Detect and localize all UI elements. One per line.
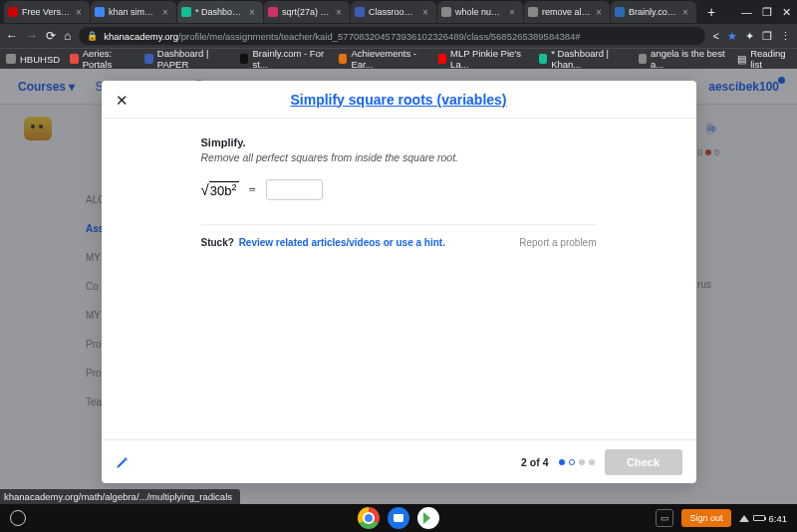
bookmark-label: MLP Pinkie Pie's La... xyxy=(450,48,529,70)
modal-header: ✕ Simplify square roots (variables) xyxy=(102,81,696,119)
launcher-icon[interactable] xyxy=(10,510,26,526)
taskbar: ▭ Sign out 6:41 xyxy=(0,504,797,532)
notifications-icon[interactable]: ▭ xyxy=(656,509,673,527)
files-app-icon[interactable] xyxy=(388,507,409,529)
tab-favicon xyxy=(615,7,625,17)
hint-link[interactable]: Review related articles/videos or use a … xyxy=(239,237,445,248)
bookmark-label: Aeries: Portals xyxy=(83,48,135,70)
tab-favicon xyxy=(181,7,191,17)
close-icon[interactable]: × xyxy=(507,7,517,17)
bookmark-favicon xyxy=(639,54,648,64)
browser-tab[interactable]: whole number× xyxy=(437,1,523,23)
bookmark-item[interactable]: Achievements - Ear... xyxy=(339,48,428,70)
bookmark-item[interactable]: Aeries: Portals xyxy=(70,48,134,70)
close-icon[interactable]: × xyxy=(160,7,170,17)
minimize-icon[interactable]: — xyxy=(741,6,752,18)
bookmark-label: * Dashboard | Khan... xyxy=(551,48,628,70)
menu-icon[interactable]: ⋮ xyxy=(780,30,791,43)
tab-favicon xyxy=(8,7,18,17)
toolbar-right: < ★ ✦ ❐ ⋮ xyxy=(713,30,791,43)
bookmark-item[interactable]: * Dashboard | Khan... xyxy=(539,48,629,70)
forward-icon[interactable]: → xyxy=(26,29,38,43)
modal-body: Simplify. Remove all perfect squares fro… xyxy=(102,119,696,439)
progress-dot-current xyxy=(569,459,575,465)
url-path: /profile/me/assignments/teacher/kaid_577… xyxy=(178,31,581,42)
browser-tab[interactable]: Classroom | P× xyxy=(351,1,436,23)
browser-tab[interactable]: khan simplify× xyxy=(91,1,176,23)
progress-dot xyxy=(589,459,595,465)
extensions-icon[interactable]: ✦ xyxy=(745,30,754,43)
prompt-instruction: Remove all perfect squares from inside t… xyxy=(201,151,597,163)
url-input[interactable]: 🔒 khanacademy.org/profile/me/assignments… xyxy=(79,27,704,45)
progress-text: 2 of 4 xyxy=(521,456,548,468)
report-problem-link[interactable]: Report a problem xyxy=(519,237,596,248)
bookmark-label: HBUHSD xyxy=(20,54,60,65)
sqrt-base: 30b xyxy=(210,183,232,198)
equals-sign: = xyxy=(249,182,256,198)
sign-out-button[interactable]: Sign out xyxy=(681,509,730,527)
bookmark-item[interactable]: Dashboard | PAPER xyxy=(144,48,230,70)
bookmark-favicon xyxy=(6,54,16,64)
bookmark-item[interactable]: angela is the best a... xyxy=(639,48,728,70)
bookmark-item[interactable]: Brainly.com - For st... xyxy=(240,48,329,70)
progress-dot xyxy=(579,459,585,465)
close-icon[interactable]: × xyxy=(680,7,690,17)
bookmarks-bar: HBUHSD Aeries: Portals Dashboard | PAPER… xyxy=(0,48,797,69)
tab-title: khan simplify xyxy=(109,7,158,17)
tab-title: remove all pe xyxy=(542,7,592,17)
bookmark-item[interactable]: HBUHSD xyxy=(6,54,60,65)
share-icon[interactable]: < xyxy=(713,30,719,42)
new-tab-button[interactable]: + xyxy=(701,2,721,22)
exercise-title-link[interactable]: Simplify square roots (variables) xyxy=(290,92,506,108)
close-icon[interactable]: × xyxy=(74,7,84,17)
close-icon[interactable]: × xyxy=(247,7,257,17)
address-bar: ← → ⟳ ⌂ 🔒 khanacademy.org/profile/me/ass… xyxy=(0,24,797,48)
bookmark-favicon xyxy=(339,54,348,64)
bookmark-favicon xyxy=(240,54,249,64)
bookmark-label: angela is the best a... xyxy=(651,48,727,70)
restore-icon[interactable]: ❐ xyxy=(762,30,772,43)
scratchpad-icon[interactable] xyxy=(116,455,130,469)
chrome-app-icon[interactable] xyxy=(358,507,380,529)
url-domain: khanacademy.org xyxy=(104,31,178,42)
browser-tab[interactable]: Free Verse Lyr× xyxy=(4,1,90,23)
bookmark-label: Achievements - Ear... xyxy=(351,48,427,70)
sqrt-icon: √ xyxy=(201,181,209,198)
close-modal-button[interactable]: ✕ xyxy=(116,92,129,110)
bookmark-star-icon[interactable]: ★ xyxy=(727,30,737,43)
back-icon[interactable]: ← xyxy=(6,29,18,43)
modal-footer: 2 of 4 Check xyxy=(102,439,696,483)
sqrt-exponent: 2 xyxy=(231,182,236,192)
bookmark-item[interactable]: MLP Pinkie Pie's La... xyxy=(438,48,529,70)
home-icon[interactable]: ⌂ xyxy=(64,29,71,43)
reading-list-icon: ▤ xyxy=(737,54,746,65)
tab-favicon xyxy=(441,7,451,17)
system-tray[interactable]: 6:41 xyxy=(739,513,788,524)
window-controls: — ❐ ✕ xyxy=(741,6,797,19)
reload-icon[interactable]: ⟳ xyxy=(46,29,56,43)
browser-tab-active[interactable]: * Dashboard |× xyxy=(177,1,263,23)
sqrt-argument: 30b2 xyxy=(209,181,239,198)
tab-title: Classroom | P xyxy=(369,7,418,17)
close-window-icon[interactable]: ✕ xyxy=(782,6,791,19)
tab-title: whole number xyxy=(455,7,505,17)
close-icon[interactable]: × xyxy=(420,7,430,17)
browser-tab[interactable]: sqrt(27a) - Syn× xyxy=(264,1,350,23)
answer-input[interactable] xyxy=(266,179,323,200)
close-icon[interactable]: × xyxy=(334,7,344,17)
bookmark-favicon xyxy=(70,54,79,64)
help-row: Stuck? Review related articles/videos or… xyxy=(201,224,597,248)
progress-dots xyxy=(559,459,595,465)
progress-dot-done xyxy=(559,459,565,465)
browser-tab[interactable]: remove all pe× xyxy=(524,1,610,23)
wifi-icon xyxy=(739,515,749,522)
play-store-icon[interactable] xyxy=(417,507,439,529)
maximize-icon[interactable]: ❐ xyxy=(762,6,772,19)
browser-tab[interactable]: Brainly.com - × xyxy=(611,1,696,23)
tab-title: Free Verse Lyr xyxy=(22,7,72,17)
reading-list-button[interactable]: ▤Reading list xyxy=(737,48,791,70)
close-icon[interactable]: × xyxy=(594,7,604,17)
taskbar-apps xyxy=(358,507,439,529)
check-button[interactable]: Check xyxy=(605,449,682,475)
stuck-label: Stuck? xyxy=(201,237,234,248)
